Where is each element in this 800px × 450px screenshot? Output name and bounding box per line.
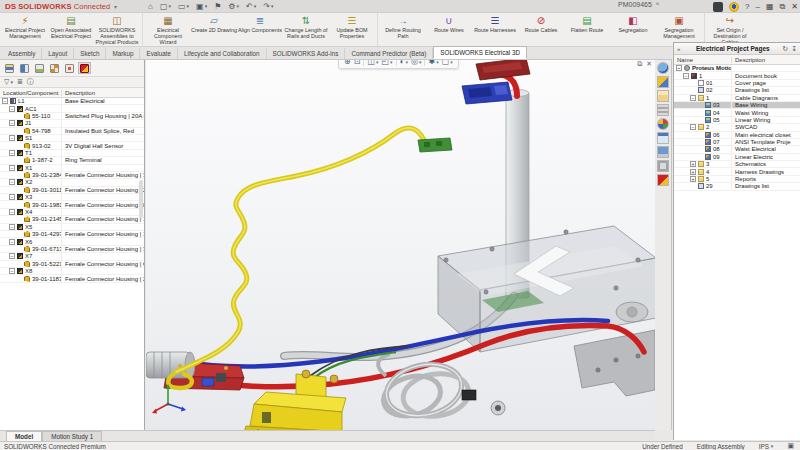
flatten-route-button[interactable]: ▤Flatten Route bbox=[564, 14, 610, 45]
lifecycle-status-button[interactable]: ⚑ bbox=[211, 0, 224, 12]
manager-tab-electrical-manager[interactable] bbox=[78, 62, 91, 74]
collapse-toggle-icon[interactable]: − bbox=[9, 224, 15, 230]
home-button[interactable]: ⌂ bbox=[145, 0, 156, 12]
left-panel-scrollbar[interactable] bbox=[139, 180, 143, 218]
electrical-project-management-button[interactable]: ⚡Electrical Project Management bbox=[2, 14, 48, 45]
tree-row-913-02[interactable]: 913-023V Digital Hall Sensor bbox=[0, 142, 144, 149]
model-motor-assembly[interactable] bbox=[146, 352, 244, 390]
model-blue-connector[interactable] bbox=[462, 82, 512, 104]
tree-row-02[interactable]: 02Drawings list bbox=[674, 87, 800, 94]
manager-tab-dimxpert-manager[interactable] bbox=[63, 62, 76, 74]
float-pane-icon[interactable]: ⧉ bbox=[637, 60, 642, 68]
tree-row-x4[interactable]: −X4 bbox=[0, 209, 144, 216]
zoom-to-area-button[interactable]: ⊡ bbox=[354, 60, 361, 66]
tree-row-t1[interactable]: −T1 bbox=[0, 150, 144, 157]
tree-row-54-798[interactable]: 54-798Insulated Butt Splice, Red bbox=[0, 128, 144, 135]
tree-row-2[interactable]: −2SWCAD bbox=[674, 124, 800, 131]
collapse-toggle-icon[interactable]: − bbox=[9, 194, 15, 200]
dropdown-caret-icon[interactable]: ▾ bbox=[169, 3, 172, 9]
electrical-project-pages-icon[interactable] bbox=[657, 174, 669, 186]
dropdown-caret-icon[interactable]: ▾ bbox=[419, 60, 422, 65]
file-explorer-icon[interactable] bbox=[657, 90, 669, 102]
route-harnesses-button[interactable]: ☰Route Harnesses bbox=[472, 14, 518, 45]
minimize-button[interactable]: – bbox=[756, 2, 760, 11]
tree-row-l1[interactable]: −L1Base Electrical bbox=[0, 98, 144, 105]
manager-tab-display-manager[interactable] bbox=[18, 62, 31, 74]
3d-model-proteus-motion[interactable] bbox=[146, 60, 655, 430]
tab-layout[interactable]: Layout bbox=[42, 48, 74, 59]
close-button[interactable]: ✕ bbox=[791, 2, 798, 11]
model-barrel-sensor[interactable] bbox=[491, 401, 505, 415]
collapse-toggle-icon[interactable]: − bbox=[9, 253, 15, 259]
status-units-selector[interactable]: IPS ▾ bbox=[759, 443, 774, 450]
custom-properties-icon[interactable] bbox=[657, 132, 669, 144]
chevrons-icon[interactable]: » bbox=[677, 46, 680, 52]
tree-row-x8[interactable]: −X8 bbox=[0, 268, 144, 275]
collapse-toggle-icon[interactable]: − bbox=[683, 73, 689, 79]
tree-row-3[interactable]: +3Schematics bbox=[674, 161, 800, 168]
tree-row-ac1[interactable]: −AC1 bbox=[0, 105, 144, 112]
tab-sketch[interactable]: Sketch bbox=[74, 48, 106, 59]
workspace-switcher-icon[interactable] bbox=[713, 2, 723, 12]
update-bom-properties-button[interactable]: ☰Update BOM Properties bbox=[329, 14, 375, 45]
tree-row-39-01-2384[interactable]: 39-01-2384Female Connector Housing | 3 W… bbox=[0, 172, 144, 179]
tree-row-5[interactable]: +5Reports bbox=[674, 176, 800, 183]
model-red-connector[interactable] bbox=[476, 60, 530, 80]
manager-tab-property-manager[interactable] bbox=[33, 62, 46, 74]
tree-row-39-01-1183[interactable]: 39-01-1183Female Connector Housing | 2 W… bbox=[0, 275, 144, 282]
dropdown-caret-icon[interactable]: ▾ bbox=[376, 60, 379, 65]
tree-row-x6[interactable]: −X6 bbox=[0, 238, 144, 245]
dropdown-caret-icon[interactable]: ▾ bbox=[390, 60, 393, 65]
open-associated-electrical-project-button[interactable]: ▤Open Associated Electrical Project bbox=[48, 14, 94, 45]
tab-markup[interactable]: Markup bbox=[106, 48, 140, 59]
expand-toggle-icon[interactable]: + bbox=[690, 169, 696, 175]
tree-row-1-387-2[interactable]: 1-387-2Ring Terminal bbox=[0, 157, 144, 164]
display-style-button[interactable]: ◐▾ bbox=[400, 60, 408, 66]
recycle-bin-icon[interactable] bbox=[657, 160, 669, 172]
collapse-toggle-icon[interactable]: − bbox=[9, 120, 15, 126]
model-green-connector[interactable] bbox=[418, 138, 452, 152]
user-avatar[interactable] bbox=[729, 2, 739, 12]
dropdown-caret-icon[interactable]: ▾ bbox=[237, 3, 240, 9]
options-button[interactable]: ⚙▾ bbox=[225, 0, 242, 12]
tree-row-04[interactable]: 04Waist Wiring bbox=[674, 109, 800, 116]
tab-lifecycle-and-collaboration[interactable]: Lifecycle and Collaboration bbox=[178, 48, 267, 59]
title-caret-icon[interactable]: ▾ bbox=[114, 3, 117, 10]
set-origin-destination-of-cables-button[interactable]: ↪Set Origin / Destination of Cables bbox=[707, 14, 753, 45]
tree-row-x2[interactable]: −X2 bbox=[0, 179, 144, 186]
tree-row-x1[interactable]: −X1 bbox=[0, 165, 144, 172]
tree-row-39-01-1981[interactable]: 39-01-1981Female Connector Housing | 8 W… bbox=[0, 201, 144, 208]
3dexperience-marketplace-icon[interactable] bbox=[657, 62, 669, 74]
close-pane-icon[interactable]: ✕ bbox=[646, 60, 652, 68]
edit-appearance-button[interactable]: ✱▾ bbox=[428, 60, 438, 66]
tab-assembly[interactable]: Assembly bbox=[2, 48, 42, 59]
hierarchy-display-button[interactable]: ≣ bbox=[17, 78, 23, 86]
collapse-toggle-icon[interactable]: − bbox=[690, 124, 696, 130]
tree-row-j1[interactable]: −J1 bbox=[0, 120, 144, 127]
tree-row-06[interactable]: 06Main electrical closet bbox=[674, 132, 800, 139]
appearances-scenes-icon[interactable] bbox=[657, 118, 669, 130]
tree-row-39-01-6713[interactable]: 39-01-6713Female Connector Housing | 3 W… bbox=[0, 246, 144, 253]
collapse-toggle-icon[interactable]: − bbox=[9, 135, 15, 141]
expand-toggle-icon[interactable]: + bbox=[690, 176, 696, 182]
tab-solidworks-add-ins[interactable]: SOLIDWORKS Add-Ins bbox=[267, 48, 346, 59]
tree-row-1[interactable]: −1Document book bbox=[674, 72, 800, 79]
collapse-toggle-icon[interactable]: − bbox=[9, 179, 15, 185]
tree-row-proteus-motion-v2-pr1[interactable]: −Proteus Motion V2 PR1 bbox=[674, 65, 800, 72]
dropdown-caret-icon[interactable]: ▾ bbox=[205, 3, 208, 9]
save-button[interactable]: ▣▾ bbox=[193, 0, 210, 12]
undo-button[interactable]: ↶▾ bbox=[243, 0, 259, 12]
open-document-button[interactable]: ▭▾ bbox=[175, 0, 192, 12]
view-orientation-button[interactable]: ◰▾ bbox=[381, 60, 392, 66]
tab-evaluate[interactable]: Evaluate bbox=[140, 48, 178, 59]
redo-button[interactable]: ↷▾ bbox=[260, 0, 276, 12]
3d-viewport[interactable]: ⊕⊡◫▾◰▾◐▾◎▾✱▾▢▾ ⧉✕ bbox=[146, 60, 655, 430]
screen-capture-icon[interactable] bbox=[657, 146, 669, 158]
expand-toggle-icon[interactable]: + bbox=[690, 161, 696, 167]
change-length-of-rails-and-ducts-button[interactable]: ⇅Change Length of Rails and Ducts bbox=[283, 14, 329, 45]
dropdown-caret-icon[interactable]: ▾ bbox=[450, 60, 453, 65]
collapse-toggle-icon[interactable]: − bbox=[9, 268, 15, 274]
align-components-button[interactable]: ≣Align Components bbox=[237, 14, 283, 45]
tree-row-4[interactable]: +4Harness Drawings bbox=[674, 168, 800, 175]
dropdown-caret-icon[interactable]: ▾ bbox=[271, 3, 274, 9]
